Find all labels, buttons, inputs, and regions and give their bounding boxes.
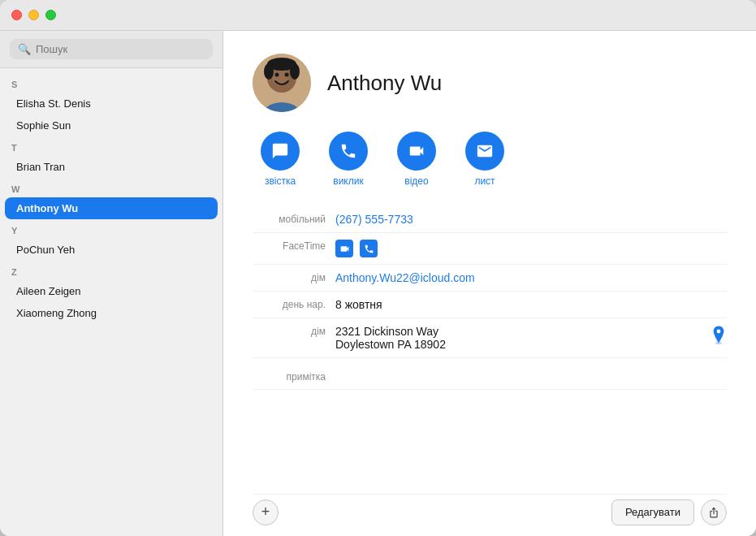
section-header-s: S: [0, 73, 222, 93]
facetime-icons: [335, 240, 378, 257]
mail-label: лист: [474, 175, 495, 187]
mail-button[interactable]: лист: [465, 132, 504, 187]
search-input[interactable]: [36, 43, 205, 55]
contact-item-anthony-wu[interactable]: Anthony Wu: [5, 197, 218, 219]
note-row: примітка: [253, 358, 727, 390]
share-icon: [708, 507, 719, 518]
contact-item[interactable]: Sophie Sun: [5, 115, 218, 136]
contact-item[interactable]: PoChun Yeh: [5, 239, 218, 261]
call-icon: [329, 132, 368, 171]
message-button[interactable]: звістка: [261, 132, 300, 187]
phone-value[interactable]: (267) 555-7733: [335, 213, 727, 226]
sidebar: 🔍 S Elisha St. Denis Sophie Sun T Brian …: [0, 31, 223, 536]
svg-point-5: [285, 73, 289, 77]
contact-name: Anthony Wu: [327, 71, 442, 96]
facetime-audio-icon[interactable]: [360, 240, 378, 257]
mail-icon: [465, 132, 504, 171]
call-button[interactable]: виклик: [329, 132, 368, 187]
contact-header: Anthony Wu: [253, 54, 727, 112]
footer: + Редагувати: [253, 494, 727, 536]
search-icon: 🔍: [18, 43, 31, 55]
section-header-w: W: [0, 178, 222, 197]
svg-point-4: [275, 73, 279, 77]
facetime-label: FaceTime: [253, 240, 326, 252]
footer-right: Редагувати: [611, 499, 727, 525]
facetime-row: FaceTime: [253, 233, 727, 265]
email-label: дім: [253, 271, 326, 283]
address-label: дім: [253, 325, 326, 337]
address-value: 2321 Dickinson WayDoylestown PA 18902: [335, 325, 727, 351]
phone-label: мобільний: [253, 213, 326, 225]
email-row: дім Anthony.Wu22@icloud.com: [253, 265, 727, 292]
call-label: виклик: [333, 175, 363, 187]
video-icon: [397, 132, 436, 171]
video-button[interactable]: відео: [397, 132, 436, 187]
message-icon: [261, 132, 300, 171]
birthday-row: день нар. 8 жовтня: [253, 292, 727, 318]
note-label: примітка: [253, 365, 326, 383]
birthday-value: 8 жовтня: [335, 298, 727, 311]
footer-left: +: [253, 499, 279, 525]
add-icon: +: [261, 504, 270, 521]
close-button[interactable]: [11, 10, 22, 20]
detail-panel: Anthony Wu звістка: [223, 31, 756, 536]
contact-item[interactable]: Xiaomeng Zhong: [5, 302, 218, 324]
search-bar: 🔍: [0, 31, 222, 68]
section-header-y: Y: [0, 219, 222, 239]
add-button[interactable]: +: [253, 499, 279, 525]
birthday-label: день нар.: [253, 298, 326, 310]
action-buttons: звістка виклик від: [253, 132, 727, 187]
maximize-button[interactable]: [45, 10, 56, 20]
address-row: дім 2321 Dickinson WayDoylestown PA 1890…: [253, 318, 727, 358]
facetime-video-icon[interactable]: [335, 240, 353, 257]
svg-point-7: [264, 63, 274, 80]
main-content: 🔍 S Elisha St. Denis Sophie Sun T Brian …: [0, 31, 756, 536]
section-header-z: Z: [0, 261, 222, 280]
message-label: звістка: [265, 175, 296, 187]
minimize-button[interactable]: [28, 10, 39, 20]
svg-point-8: [290, 63, 300, 80]
avatar: [253, 54, 311, 112]
info-rows: мобільний (267) 555-7733 FaceTime: [253, 206, 727, 494]
edit-button[interactable]: Редагувати: [611, 499, 694, 525]
titlebar: [0, 0, 756, 31]
svg-point-10: [717, 330, 721, 334]
map-pin-icon[interactable]: [711, 325, 727, 348]
video-label: відео: [404, 175, 428, 187]
section-header-t: T: [0, 136, 222, 156]
search-input-wrapper: 🔍: [10, 39, 213, 59]
contact-item[interactable]: Elisha St. Denis: [5, 93, 218, 115]
contacts-list: S Elisha St. Denis Sophie Sun T Brian Tr…: [0, 68, 222, 536]
share-button[interactable]: [701, 499, 727, 525]
contact-item[interactable]: Aileen Zeigen: [5, 280, 218, 302]
contact-item[interactable]: Brian Tran: [5, 156, 218, 178]
app-window: 🔍 S Elisha St. Denis Sophie Sun T Brian …: [0, 0, 756, 536]
phone-row: мобільний (267) 555-7733: [253, 206, 727, 233]
email-value[interactable]: Anthony.Wu22@icloud.com: [335, 271, 727, 284]
